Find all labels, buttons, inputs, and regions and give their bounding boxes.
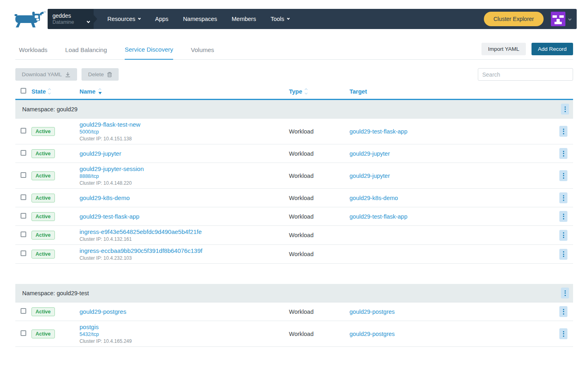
service-port-link[interactable]: 5432/tcp [80, 332, 289, 338]
row-checkbox[interactable] [21, 250, 26, 256]
nav-item-tools[interactable]: Tools [270, 16, 289, 22]
service-name-link[interactable]: gould29-flask-test-new [80, 121, 289, 128]
add-record-button[interactable]: Add Record [532, 43, 573, 55]
service-port-link[interactable]: 5000/tcp [80, 129, 289, 135]
service-type: Workload [289, 150, 349, 157]
tab-service-discovery[interactable]: Service Discovery [125, 46, 173, 60]
row-checkbox[interactable] [21, 330, 26, 336]
target-link[interactable]: gould29-test-flask-app [349, 128, 407, 135]
nav-item-resources[interactable]: Resources [107, 16, 140, 22]
status-badge: Active [31, 127, 55, 136]
table-row: Active gould29-test-flask-app Workload g… [15, 207, 573, 226]
cluster-explorer-button[interactable]: Cluster Explorer [484, 12, 544, 26]
target-link[interactable]: gould29-jupyter [349, 150, 390, 157]
row-menu-button[interactable] [559, 148, 567, 159]
tab-volumes[interactable]: Volumes [191, 46, 214, 59]
status-badge: Active [31, 149, 55, 158]
service-name-link[interactable]: gould29-jupyter-session [80, 165, 289, 173]
nav-item-label: Members [232, 16, 256, 22]
bulk-actions-toolbar: Download YAML Delete [15, 68, 573, 81]
row-checkbox[interactable] [21, 232, 26, 237]
cluster-ip-text: Cluster IP: 10.4.148.220 [80, 180, 289, 186]
column-header-type[interactable]: Type [289, 88, 349, 95]
tab-workloads[interactable]: Workloads [19, 46, 48, 59]
row-checkbox[interactable] [21, 172, 26, 178]
service-name-link[interactable]: gould29-test-flask-app [80, 213, 289, 220]
cluster-ip-text: Cluster IP: 10.4.165.249 [80, 338, 289, 344]
status-badge: Active [31, 330, 55, 338]
target-link[interactable]: gould29-postgres [349, 309, 395, 315]
service-name-link[interactable]: gould29-jupyter [80, 150, 289, 157]
nav-item-label: Apps [155, 16, 168, 22]
row-checkbox[interactable] [21, 308, 26, 314]
rancher-logo[interactable]: ® [15, 10, 46, 28]
user-menu[interactable] [551, 12, 571, 26]
row-menu-button[interactable] [559, 230, 567, 241]
import-yaml-button[interactable]: Import YAML [481, 43, 526, 55]
row-menu-button[interactable] [559, 126, 567, 137]
column-label: Target [349, 88, 367, 95]
service-name-link[interactable]: gould29-postgres [80, 308, 289, 315]
service-port-link[interactable]: 8888/tcp [80, 173, 289, 179]
target-link[interactable]: gould29-jupyter [349, 173, 390, 179]
row-menu-button[interactable] [559, 328, 567, 339]
row-menu-button[interactable] [559, 192, 567, 203]
service-name-link[interactable]: postgis [80, 323, 289, 331]
navbar: geddes Datamine Resources Apps Namespace… [48, 9, 577, 29]
table-row: Active ingress-eccbaa9bb290c5f391df8b640… [15, 245, 573, 264]
service-type: Workload [289, 195, 349, 201]
row-menu-button[interactable] [559, 306, 567, 317]
delete-button[interactable]: Delete [82, 68, 119, 81]
download-icon [65, 72, 71, 77]
row-checkbox[interactable] [21, 213, 26, 219]
status-badge: Active [31, 231, 55, 240]
row-checkbox[interactable] [21, 194, 26, 200]
target-link[interactable]: gould29-k8s-demo [349, 195, 398, 201]
row-menu-button[interactable] [559, 170, 567, 181]
column-label: State [31, 88, 46, 95]
service-name-link[interactable]: ingress-e9f43e564825ebfdc9d490ae5b4f21fe [80, 228, 289, 236]
chevron-down-icon [287, 17, 290, 20]
status-badge: Active [31, 250, 55, 259]
trash-icon [107, 72, 112, 77]
column-header-target[interactable]: Target [349, 88, 559, 95]
service-type: Workload [289, 128, 349, 135]
row-menu-button[interactable] [559, 211, 567, 222]
nav-item-apps[interactable]: Apps [155, 16, 168, 22]
search-input[interactable] [478, 68, 573, 81]
nav-item-members[interactable]: Members [232, 16, 256, 22]
status-badge: Active [31, 307, 55, 316]
service-name-link[interactable]: ingress-eccbaa9bb290c5f391df8b64076c139f [80, 247, 289, 254]
download-yaml-button[interactable]: Download YAML [15, 68, 77, 81]
service-type: Workload [289, 331, 349, 337]
row-checkbox[interactable] [21, 150, 26, 156]
svg-text:®: ® [44, 11, 46, 13]
service-name-link[interactable]: gould29-k8s-demo [80, 194, 289, 202]
cluster-ip-text: Cluster IP: 10.4.232.103 [80, 255, 289, 261]
chevron-down-icon [568, 17, 571, 21]
table-row: Active gould29-k8s-demo Workload gould29… [15, 189, 573, 207]
namespace-menu-button[interactable] [561, 288, 569, 298]
sort-icon-active [98, 89, 102, 94]
column-header-state[interactable]: State [31, 88, 80, 95]
cluster-project-picker[interactable]: geddes Datamine [48, 9, 94, 29]
table-groups: Namespace: gould29 Active gould29-flask-… [15, 100, 573, 347]
cluster-ip-text: Cluster IP: 10.4.151.138 [80, 136, 289, 142]
namespace-label: Namespace: gould29 [22, 106, 77, 113]
row-menu-button[interactable] [559, 249, 567, 260]
nav-item-namespaces[interactable]: Namespaces [183, 16, 217, 22]
namespace-group: Namespace: gould29-test Active gould29-p… [15, 284, 573, 347]
select-all-checkbox[interactable] [21, 88, 26, 94]
row-checkbox[interactable] [21, 128, 26, 133]
table-row: Active postgis 5432/tcp Cluster IP: 10.4… [15, 321, 573, 347]
tab-load-balancing[interactable]: Load Balancing [65, 46, 107, 59]
target-link[interactable]: gould29-test-flask-app [349, 213, 407, 220]
namespace-menu-button[interactable] [561, 104, 569, 115]
page-actions: Import YAML Add Record [481, 43, 573, 55]
column-header-name[interactable]: Name [80, 88, 289, 95]
services-table: State Name Type Target Namespace: gould2… [15, 86, 573, 347]
user-avatar[interactable] [551, 12, 565, 26]
target-link[interactable]: gould29-postgres [349, 331, 395, 337]
nav-menu: Resources Apps Namespaces Members Tools [107, 16, 289, 22]
status-badge: Active [31, 171, 55, 180]
